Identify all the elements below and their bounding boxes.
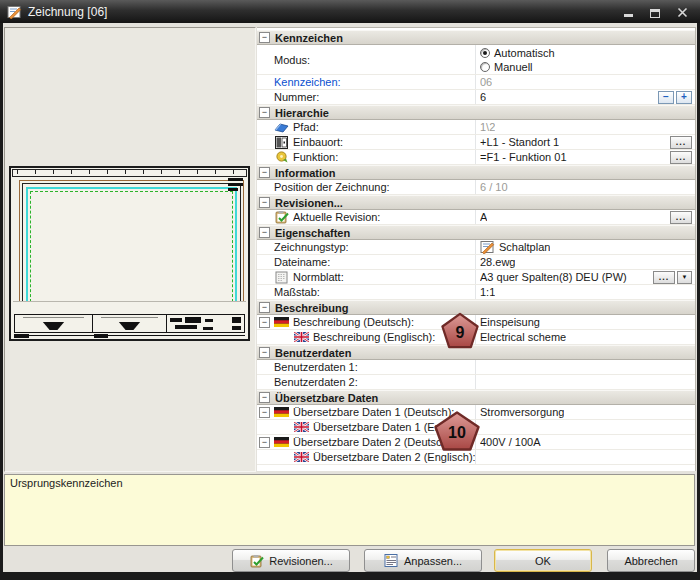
property-value-cell[interactable]: 1\2 (475, 120, 695, 134)
collapse-icon[interactable]: − (259, 302, 270, 313)
property-value-cell[interactable]: A... (475, 210, 695, 224)
ruler-tick (53, 170, 54, 174)
revision-icon (249, 554, 264, 567)
property-value-cell[interactable]: AutomatischManuell (475, 45, 695, 74)
property-value[interactable]: 6 (480, 91, 486, 103)
property-value[interactable]: Electrical scheme (480, 331, 566, 343)
property-value-cell[interactable]: 6−+ (475, 90, 695, 104)
section-header: −Kennzeichen (257, 30, 695, 45)
increment-button[interactable]: + (676, 91, 692, 104)
radio-label: Automatisch (494, 47, 555, 59)
browse-button[interactable]: ... (653, 271, 675, 284)
radio-selected-icon[interactable] (480, 48, 490, 58)
property-value[interactable]: A3 quer Spalten(8) DEU (PW) (480, 271, 627, 283)
property-value[interactable]: =F1 - Funktion 01 (480, 151, 567, 163)
radio-label: Manuell (494, 61, 533, 73)
property-row: Übersetzbare Daten 2 (Englisch): (257, 450, 695, 465)
property-value-cell[interactable] (475, 450, 695, 464)
collapse-icon[interactable]: − (259, 197, 270, 208)
drawing-bottom-bar (14, 334, 245, 338)
property-value[interactable]: A (480, 211, 487, 223)
property-label: Benutzerdaten 1: (274, 361, 358, 373)
property-value-cell[interactable]: Stromversorgung (475, 405, 695, 419)
browse-button[interactable]: ... (670, 211, 692, 224)
collapse-icon[interactable]: − (259, 347, 270, 358)
property-value-cell[interactable]: 400V / 100A (475, 435, 695, 449)
origin-note-input[interactable]: Ursprungskennzeichen (4, 474, 695, 546)
property-value[interactable]: Schaltplan (499, 241, 550, 253)
window-controls (621, 6, 693, 18)
flag-de-icon (274, 316, 289, 329)
property-value-cell[interactable]: 6 / 10 (475, 180, 695, 194)
property-value[interactable]: +L1 - Standort 1 (480, 136, 559, 148)
flag-de-icon (274, 436, 289, 449)
property-label-cell: Dateiname: (257, 255, 475, 269)
cancel-button[interactable]: Abbrechen (607, 549, 695, 572)
drawing-stamp-marks (228, 178, 243, 193)
property-value[interactable]: Einspeisung (480, 316, 540, 328)
maximize-icon[interactable] (648, 6, 662, 18)
dropdown-button[interactable]: ▼ (677, 271, 692, 284)
flag-en-icon (294, 331, 309, 344)
collapse-icon[interactable]: − (259, 317, 270, 328)
revisions-button[interactable]: Revisionen... (232, 549, 350, 572)
revisions-button-label: Revisionen... (269, 555, 333, 567)
minimize-icon[interactable] (621, 6, 635, 18)
decrement-button[interactable]: − (658, 91, 674, 104)
collapse-icon[interactable]: − (259, 407, 270, 418)
property-value-cell[interactable]: =F1 - Funktion 01... (475, 150, 695, 164)
collapse-icon[interactable]: − (259, 437, 270, 448)
property-row: Nummer:6−+ (257, 90, 695, 105)
property-label: Übersetzbare Daten 2 (Deutsch): (293, 436, 454, 448)
collapse-icon[interactable]: − (259, 167, 270, 178)
property-value[interactable]: Stromversorgung (480, 406, 564, 418)
customize-button[interactable]: Anpassen... (364, 549, 482, 572)
property-value[interactable]: 400V / 100A (480, 436, 541, 448)
property-value-cell[interactable]: Einspeisung (475, 315, 695, 329)
property-value-cell[interactable] (475, 375, 695, 389)
ruler-tick (215, 170, 216, 174)
section-title: Information (275, 167, 336, 179)
property-row: Kennzeichen:06 (257, 75, 695, 90)
property-label: Einbauort: (293, 136, 343, 148)
ok-button[interactable]: OK (494, 549, 592, 572)
browse-button[interactable]: ... (670, 136, 692, 149)
property-label: Maßstab: (274, 286, 320, 298)
property-value-cell[interactable]: A3 quer Spalten(8) DEU (PW)...▼ (475, 270, 695, 284)
titlebar[interactable]: Zeichnung [06] (0, 0, 700, 23)
radio-unselected-icon[interactable] (480, 62, 490, 72)
close-icon[interactable] (675, 6, 689, 18)
property-value-cell[interactable]: 06 (475, 75, 695, 89)
radio-option[interactable]: Manuell (480, 61, 533, 75)
browse-button[interactable]: ... (670, 151, 692, 164)
property-value[interactable]: 28.ewg (480, 256, 515, 268)
radio-option[interactable]: Automatisch (480, 46, 555, 60)
property-label: Übersetzbare Daten 1 (Deutsch): (293, 406, 454, 418)
property-row: Funktion:=F1 - Funktion 01... (257, 150, 695, 165)
property-value-cell[interactable]: Electrical scheme (475, 330, 695, 344)
property-label-cell: Maßstab: (257, 285, 475, 299)
normsheet-icon (274, 271, 289, 284)
property-value-cell[interactable]: Schaltplan (475, 240, 695, 254)
property-value: 1\2 (480, 121, 495, 133)
property-value-cell[interactable]: +L1 - Standort 1... (475, 135, 695, 149)
collapse-icon[interactable]: − (259, 392, 270, 403)
section-header: −Übersetzbare Daten (257, 390, 695, 405)
property-label: Beschreibung (Deutsch): (293, 316, 414, 328)
dialog-client-area: −KennzeichenModus:AutomatischManuellKenn… (3, 23, 697, 572)
drawing-preview (9, 166, 250, 341)
collapse-icon[interactable]: − (259, 227, 270, 238)
collapse-icon[interactable]: − (259, 107, 270, 118)
property-value-cell[interactable]: 28.ewg (475, 255, 695, 269)
property-value-cell[interactable] (475, 360, 695, 374)
property-label-cell: Kennzeichen: (257, 75, 475, 89)
ruler-tick (107, 170, 108, 174)
row-accessories: ...▼ (653, 271, 692, 284)
section-title: Eigenschaften (275, 227, 350, 239)
property-value[interactable]: 1:1 (480, 286, 495, 298)
drawing-titleblock (14, 314, 245, 333)
function-icon (274, 151, 289, 164)
property-value-cell[interactable]: 1:1 (475, 285, 695, 299)
collapse-icon[interactable]: − (259, 32, 270, 43)
property-value-cell[interactable] (475, 420, 695, 434)
